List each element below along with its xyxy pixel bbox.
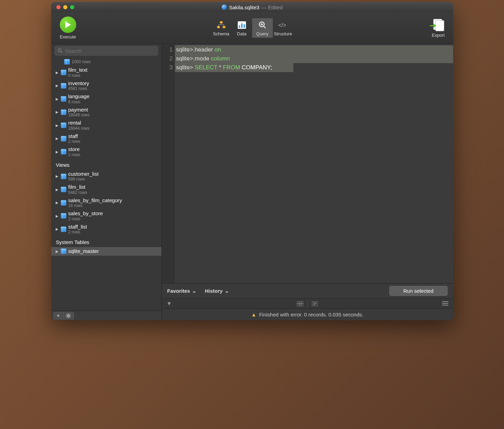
data-icon: [237, 20, 247, 30]
sql-editor[interactable]: 123 sqlite>.header onsqlite>.mode column…: [162, 44, 453, 283]
disclosure-icon[interactable]: ▶: [55, 137, 59, 140]
svg-line-18: [67, 314, 67, 315]
sidebar-item-film_text[interactable]: ▶ film_text0 rows: [51, 66, 161, 79]
svg-text:</>: </>: [278, 22, 286, 28]
db-icon: [221, 4, 227, 10]
window-subtitle: — Edited: [261, 4, 283, 10]
view-schema[interactable]: Schema: [211, 18, 232, 38]
results-toolbar: ▼: [162, 298, 453, 309]
table-icon: [61, 248, 66, 254]
gear-icon: [66, 313, 71, 318]
sidebar-item-sales_by_film_category[interactable]: ▶ sales_by_film_category16 rows: [51, 196, 161, 210]
view-query[interactable]: Query: [252, 18, 273, 38]
export-button[interactable]: Export: [431, 18, 446, 38]
query-toolbar: Favorites⌄ History⌄ Run selected: [162, 283, 453, 298]
svg-rect-1: [217, 26, 220, 28]
svg-line-21: [67, 317, 67, 317]
sidebar-item-sqlite_master[interactable]: ▶ sqlite_master: [51, 247, 161, 256]
svg-rect-6: [244, 24, 245, 28]
chevron-down-icon: ⌄: [192, 288, 197, 294]
table-icon: [61, 174, 66, 179]
table-icon: [61, 109, 66, 115]
favorites-dropdown[interactable]: Favorites⌄: [167, 288, 197, 294]
disclosure-icon[interactable]: ▶: [55, 188, 59, 191]
view-structure[interactable]: </> Structure: [273, 18, 293, 38]
sidebar-item-film_list[interactable]: ▶ film_list5462 rows: [51, 183, 161, 196]
toolbar: Execute Schema Data Query: [51, 12, 453, 44]
minimize-window-button[interactable]: [63, 5, 67, 9]
sidebar-item-sales_by_store[interactable]: ▶ sales_by_store2 rows: [51, 209, 161, 223]
structure-icon: </>: [278, 20, 288, 30]
view-data[interactable]: Data: [232, 18, 252, 38]
svg-rect-4: [239, 25, 240, 28]
table-view-icon[interactable]: [296, 301, 304, 307]
results-disclosure[interactable]: ▼: [167, 301, 172, 307]
sidebar-item-staff[interactable]: ▶ staff2 rows: [51, 132, 161, 146]
run-selected-button[interactable]: Run selected: [389, 286, 448, 296]
disclosure-icon[interactable]: ▶: [55, 175, 59, 178]
svg-rect-0: [220, 21, 223, 23]
svg-line-9: [264, 26, 266, 28]
search-input[interactable]: [55, 46, 158, 56]
add-button[interactable]: +: [53, 312, 64, 320]
svg-point-8: [261, 23, 263, 25]
disclosure-icon[interactable]: ▶: [55, 201, 59, 205]
svg-point-11: [58, 49, 61, 52]
view-mode-group: Schema Data Query </> Structure: [211, 18, 293, 38]
execute-label: Execute: [60, 34, 76, 39]
table-icon: [61, 70, 66, 75]
disclosure-icon[interactable]: ▶: [55, 71, 59, 74]
sidebar-item-payment[interactable]: ▶ payment16049 rows: [51, 106, 161, 119]
table-icon: [61, 213, 66, 219]
text-view-icon[interactable]: [311, 301, 318, 307]
sidebar-item-inventory[interactable]: ▶ inventory4581 rows: [51, 79, 161, 93]
sidebar-item-partial[interactable]: 1000 rows: [51, 58, 161, 66]
sidebar-item-customer_list[interactable]: ▶ customer_list599 rows: [51, 170, 161, 183]
sidebar: 1000 rows ▶ film_text0 rows ▶ inventory4…: [51, 44, 162, 320]
settings-button[interactable]: [64, 312, 74, 320]
sidebar-item-rental[interactable]: ▶ rental16044 rows: [51, 119, 161, 132]
disclosure-icon[interactable]: ▶: [55, 97, 59, 101]
disclosure-icon[interactable]: ▶: [55, 124, 59, 127]
svg-rect-5: [241, 23, 243, 28]
schema-icon: [216, 20, 226, 30]
status-bar: ▲ Finished with error. 0 records. 0.035 …: [162, 309, 453, 320]
table-icon: [61, 136, 66, 141]
table-icon: [61, 187, 66, 192]
history-dropdown[interactable]: History⌄: [205, 288, 229, 294]
results-menu-icon[interactable]: [442, 301, 448, 307]
sidebar-item-staff_list[interactable]: ▶ staff_list2 rows: [51, 223, 161, 236]
search-icon: [58, 48, 63, 53]
table-icon: [61, 227, 66, 232]
app-window: Sakila.sqlite3 — Edited Execute Schema D…: [51, 2, 453, 320]
close-window-button[interactable]: [56, 5, 60, 9]
table-icon: [61, 96, 66, 102]
svg-line-12: [60, 51, 62, 53]
table-icon: [61, 200, 66, 206]
table-icon: [64, 59, 70, 65]
disclosure-icon[interactable]: ▶: [55, 214, 59, 218]
export-icon: [431, 18, 446, 31]
maximize-window-button[interactable]: [70, 5, 74, 9]
query-icon: [258, 20, 267, 30]
chevron-down-icon: ⌄: [225, 288, 229, 294]
svg-point-13: [68, 315, 69, 316]
svg-line-20: [69, 314, 70, 315]
svg-rect-2: [223, 26, 225, 28]
disclosure-icon[interactable]: ▶: [55, 150, 59, 153]
table-icon: [61, 123, 66, 128]
disclosure-icon[interactable]: ▶: [55, 250, 59, 253]
svg-line-19: [69, 317, 70, 317]
window-title: Sakila.sqlite3: [229, 4, 259, 10]
system-tables-header: System Tables: [51, 236, 161, 247]
disclosure-icon[interactable]: ▶: [55, 228, 59, 231]
table-icon: [61, 149, 66, 154]
sidebar-item-store[interactable]: ▶ store2 rows: [51, 145, 161, 159]
warning-icon: ▲: [251, 312, 256, 317]
execute-button[interactable]: [60, 16, 76, 33]
disclosure-icon[interactable]: ▶: [55, 84, 59, 88]
titlebar: Sakila.sqlite3 — Edited: [51, 2, 453, 12]
sidebar-item-language[interactable]: ▶ language6 rows: [51, 92, 161, 106]
disclosure-icon[interactable]: ▶: [55, 111, 59, 114]
status-text: Finished with error. 0 records. 0.035 se…: [259, 312, 363, 317]
